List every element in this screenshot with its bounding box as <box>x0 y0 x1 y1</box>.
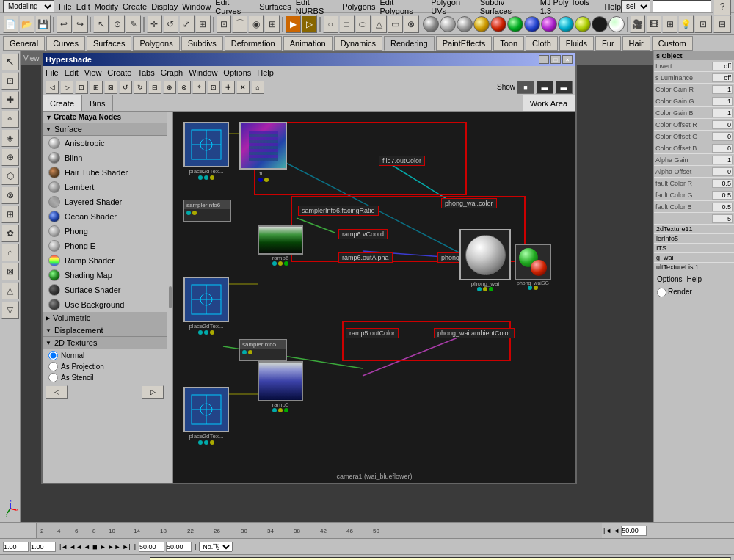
hs-btn-15[interactable]: ⌂ <box>251 81 264 94</box>
playback-btn-start[interactable]: |◄ <box>59 543 68 550</box>
hs-show-btn1[interactable]: ■ <box>517 81 534 94</box>
lasso-btn[interactable]: ⊙ <box>109 15 125 33</box>
surface-section-header[interactable]: Surface <box>43 123 167 136</box>
tool-11[interactable]: ⌂ <box>1 244 19 261</box>
menu-editcurves[interactable]: Edit Curves <box>215 0 255 15</box>
hs-btn-1[interactable]: ◁ <box>46 81 59 94</box>
playback-btn-end[interactable]: ►| <box>122 543 130 550</box>
plane-btn[interactable]: ▭ <box>388 15 403 33</box>
prev-frame-btn[interactable]: ◄ <box>613 527 619 534</box>
move-btn[interactable]: ✛ <box>147 15 162 33</box>
hs-work-area[interactable]: place2dTex... <box>173 112 575 483</box>
radio-stencil[interactable] <box>48 373 58 382</box>
scale-btn[interactable]: ⤢ <box>179 15 195 33</box>
hs-menu-create[interactable]: Create <box>107 68 131 77</box>
volumetric-header[interactable]: Volumetric <box>43 312 167 324</box>
hs-menu-graph[interactable]: Graph <box>161 68 184 77</box>
tab-hair[interactable]: Hair <box>622 36 650 51</box>
hs-tab-create[interactable]: Create <box>43 95 82 111</box>
menu-editnurbs[interactable]: Edit NURBS <box>296 0 338 15</box>
help-link[interactable]: Help <box>686 275 702 283</box>
tab-surfaces[interactable]: Surfaces <box>87 36 131 51</box>
tool-10[interactable]: ✿ <box>1 225 19 242</box>
cone-btn[interactable]: △ <box>371 15 387 33</box>
menu-file[interactable]: File <box>59 2 72 11</box>
menu-edit[interactable]: Edit <box>76 2 90 11</box>
tab-deformation[interactable]: Deformation <box>225 36 282 51</box>
hs-show-btn3[interactable]: ▬ <box>555 81 573 94</box>
hs-resizer[interactable] <box>167 112 173 483</box>
menu-editpolygons[interactable]: Edit Polygons <box>379 0 426 15</box>
shader-shading-map[interactable]: Shading Map <box>43 268 167 283</box>
range-end-input[interactable] <box>621 526 647 536</box>
menu-help[interactable]: Help <box>604 2 621 11</box>
frame-current-input[interactable] <box>30 542 56 552</box>
hypershade-maximize[interactable]: □ <box>550 55 561 64</box>
tab-curves[interactable]: Curves <box>46 36 85 51</box>
tab-fluids[interactable]: Fluids <box>559 36 594 51</box>
shader-surface[interactable]: Surface Shader <box>43 283 167 297</box>
tool-12[interactable]: ⊠ <box>1 263 19 280</box>
tool-13[interactable]: △ <box>1 282 19 299</box>
snap-view-btn[interactable]: ⊞ <box>264 15 280 33</box>
hs-btn-14[interactable]: ✕ <box>236 81 250 94</box>
shader-hair-tube[interactable]: Hair Tube Shader <box>43 165 167 180</box>
tab-cloth[interactable]: Cloth <box>526 36 558 51</box>
hs-tab-bins[interactable]: Bins <box>82 95 113 111</box>
tab-dynamics[interactable]: Dynamics <box>334 36 382 51</box>
shader-phong[interactable]: Phong <box>43 224 167 239</box>
hs-btn-4[interactable]: ⊞ <box>90 81 103 94</box>
tab-toon[interactable]: Toon <box>493 36 524 51</box>
tool-6[interactable]: ⊕ <box>1 148 19 166</box>
hs-btn-13[interactable]: ✚ <box>222 81 235 94</box>
hs-btn-9[interactable]: ⊕ <box>163 81 176 94</box>
tool-8[interactable]: ⊗ <box>1 186 19 204</box>
rotate-btn[interactable]: ↺ <box>163 15 178 33</box>
shader-blinn[interactable]: Blinn <box>43 150 167 165</box>
manip-btn[interactable]: ⊞ <box>195 15 211 33</box>
radio-normal[interactable] <box>48 351 58 360</box>
playback-btn-back[interactable]: ◄◄ <box>69 543 82 550</box>
hs-btn-8[interactable]: ⊟ <box>148 81 161 94</box>
tool-9[interactable]: ⊞ <box>1 206 19 223</box>
tool-4[interactable]: ⌖ <box>1 110 19 128</box>
icon-help[interactable]: ? <box>713 0 731 15</box>
hs-btn-10[interactable]: ⊗ <box>178 81 191 94</box>
render-btn[interactable]: ▶ <box>286 15 301 33</box>
tool-2[interactable]: ⊡ <box>1 72 19 90</box>
shader-anisotropic[interactable]: Anisotropic <box>43 136 167 150</box>
render-radio[interactable] <box>657 288 666 297</box>
hs-tab-workarea[interactable]: Work Area <box>523 95 575 111</box>
shader-lambert[interactable]: Lambert <box>43 180 167 194</box>
range-end-input2[interactable] <box>166 542 192 552</box>
hypershade-close[interactable]: × <box>562 55 573 64</box>
cylinder-btn[interactable]: ⬭ <box>355 15 371 33</box>
shader-use-bg[interactable]: Use Background <box>43 297 167 312</box>
ipr-btn[interactable]: ▷ <box>302 15 317 33</box>
tool-5[interactable]: ◈ <box>1 129 19 147</box>
displacement-header[interactable]: Displacement <box>43 324 167 337</box>
tool-14[interactable]: ▽ <box>1 301 19 319</box>
hs-menu-edit[interactable]: Edit <box>65 68 79 77</box>
snap-curve-btn[interactable]: ⌒ <box>232 15 247 33</box>
menu-mjpoly[interactable]: MJ Poly Tools 1.3 <box>540 0 600 15</box>
top-icon-1[interactable]: ⊡ <box>694 15 712 33</box>
hs-btn-3[interactable]: ⊡ <box>75 81 88 94</box>
snap-point-btn[interactable]: ◉ <box>248 15 264 33</box>
tab-rendering[interactable]: Rendering <box>384 36 435 51</box>
hs-menu-options[interactable]: Options <box>223 68 251 77</box>
mode-dropdown[interactable]: Modeling Animation Rendering Dynamics <box>3 0 54 13</box>
ruler-ticks[interactable]: 2 4 6 8 10 14 18 22 26 30 34 38 42 46 50 <box>37 523 602 538</box>
select-btn[interactable]: ↖ <box>93 15 109 33</box>
hs-btn-12[interactable]: ⊡ <box>207 81 220 94</box>
hs-show-btn2[interactable]: ▬ <box>536 81 553 94</box>
playback-btn-back1[interactable]: ◄ <box>84 543 90 550</box>
tool-3[interactable]: ✚ <box>1 91 19 109</box>
top-icon-2[interactable]: ⊟ <box>713 15 731 33</box>
tool-7[interactable]: ⬡ <box>1 167 19 185</box>
menu-window[interactable]: Window <box>182 2 211 11</box>
tab-polygons[interactable]: Polygons <box>133 36 179 51</box>
hypershade-minimize[interactable]: _ <box>539 55 549 64</box>
tab-subdivs[interactable]: Subdivs <box>181 36 223 51</box>
tab-general[interactable]: General <box>3 36 45 51</box>
